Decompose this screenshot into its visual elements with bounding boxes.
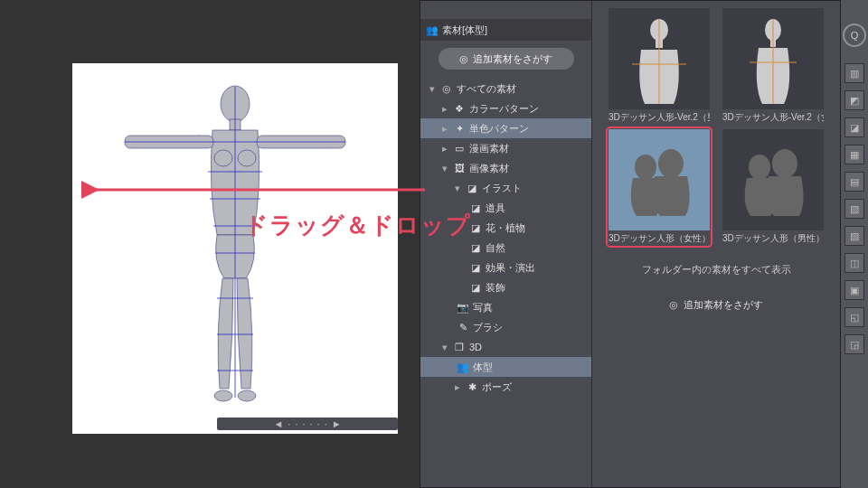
cube-icon: ❒ — [452, 342, 467, 353]
frame-icon: ▭ — [452, 143, 467, 155]
tree-manga[interactable]: ▸▭漫画素材 — [420, 138, 591, 158]
svg-point-7 — [238, 390, 256, 401]
svg-point-26 — [658, 149, 684, 178]
draw-icon: ◪ — [468, 282, 483, 294]
pattern-icon: ❖ — [452, 103, 467, 115]
tool-button[interactable]: ◪ — [844, 117, 864, 137]
thumb-label: 3Dデッサン人形（女性） — [609, 232, 710, 245]
figure-3d[interactable] — [72, 63, 398, 434]
svg-point-3 — [238, 150, 256, 166]
right-tool-strip: Q ▥ ◩ ◪ ▦ ▤ ▧ ▨ ◫ ▣ ◱ ◲ — [841, 0, 868, 488]
tree-illust[interactable]: ▾◪イラスト — [420, 178, 591, 198]
materials-panel: 👥 素材[体型] ◎ 追加素材をさがす ▾◎すべての素材 ▸❖カラーパターン ▸… — [420, 0, 841, 488]
svg-point-27 — [749, 155, 770, 180]
svg-point-6 — [214, 390, 232, 401]
thumb-figure-v2-female[interactable]: 3Dデッサン人形-Ver.2（女性） — [722, 8, 824, 124]
folder-note[interactable]: フォルダー内の素材をすべて表示 — [642, 263, 791, 277]
tool-button[interactable]: ◲ — [844, 334, 864, 354]
find-button-label: 追加素材をさがす — [473, 52, 552, 66]
tree-mono-pattern[interactable]: ▸✦単色パターン — [420, 118, 591, 138]
tool-button[interactable]: ▥ — [844, 63, 864, 83]
tool-button[interactable]: ▤ — [844, 172, 864, 192]
panel-tab[interactable]: 👥 素材[体型] — [420, 19, 591, 41]
camera-icon: 📷 — [456, 302, 470, 314]
draw-icon: ◪ — [468, 262, 483, 274]
tree-pose[interactable]: ▸✱ポーズ — [420, 377, 591, 397]
draw-icon: ◪ — [468, 242, 483, 254]
tool-button[interactable]: ▣ — [844, 280, 864, 300]
tool-button[interactable]: ▨ — [844, 226, 864, 246]
tree-3d[interactable]: ▾❒3D — [420, 337, 591, 357]
drag-drop-annotation: ドラッグ＆ドロップ — [244, 210, 471, 241]
tool-button[interactable]: ◫ — [844, 253, 864, 273]
quick-access-icon[interactable]: Q — [843, 23, 866, 47]
tree-color-pattern[interactable]: ▸❖カラーパターン — [420, 99, 591, 118]
svg-point-25 — [635, 155, 656, 180]
thumb-figure-female[interactable]: 3Dデッサン人形（女性） — [609, 129, 710, 245]
thumb-label: 3Dデッサン人形-Ver.2（男性） — [609, 111, 710, 124]
thumb-label: 3Dデッサン人形-Ver.2（女性） — [722, 111, 824, 124]
pattern-icon: ✦ — [452, 123, 467, 135]
tree-image[interactable]: ▾🖼画像素材 — [420, 158, 591, 178]
tree-decor[interactable]: ◪装飾 — [420, 277, 591, 297]
tool-button[interactable]: ◱ — [844, 307, 864, 327]
thumb-figure-v2-male[interactable]: 3Dデッサン人形-Ver.2（男性） — [609, 8, 710, 124]
swirl-icon: ◎ — [439, 83, 454, 95]
tool-button[interactable]: ◩ — [844, 90, 864, 110]
svg-point-2 — [214, 150, 232, 166]
thumb-figure-male[interactable]: 3Dデッサン人形（男性） — [722, 129, 824, 245]
image-icon: 🖼 — [452, 163, 467, 174]
canvas-viewport[interactable]: ◻ ✥ ↻ ✜ ⟳ ⊙ ↯ — [72, 63, 398, 434]
people-icon: 👥 — [456, 361, 470, 373]
tool-button[interactable]: ▧ — [844, 199, 864, 219]
svg-point-28 — [772, 149, 797, 178]
swirl-icon: ◎ — [669, 299, 678, 311]
pose-icon: ✱ — [465, 381, 479, 393]
draw-icon: ◪ — [465, 183, 479, 194]
thumb-label: 3Dデッサン人形（男性） — [722, 232, 824, 245]
panel-tab-label: 素材[体型] — [442, 23, 487, 37]
tree-effect[interactable]: ◪効果・演出 — [420, 258, 591, 277]
tree-brush[interactable]: ✎ブラシ — [420, 317, 591, 337]
materials-grid: 3Dデッサン人形-Ver.2（男性） 3Dデッサン人形-Ver.2（女性） 3D… — [592, 1, 840, 487]
brush-icon: ✎ — [456, 322, 470, 333]
viewport-footer-toolbar[interactable]: ◄······► — [217, 418, 398, 430]
tree-all-materials[interactable]: ▾◎すべての素材 — [420, 79, 591, 99]
find-more-button[interactable]: ◎ 追加素材をさがす — [669, 295, 763, 314]
tree-body[interactable]: 👥体型 — [420, 357, 591, 377]
tree-photo[interactable]: 📷写真 — [420, 297, 591, 317]
people-icon: 👥 — [426, 24, 439, 36]
swirl-icon: ◎ — [459, 53, 468, 65]
find-materials-button[interactable]: ◎ 追加素材をさがす — [439, 48, 574, 70]
tool-button[interactable]: ▦ — [844, 145, 864, 164]
materials-tree: 👥 素材[体型] ◎ 追加素材をさがす ▾◎すべての素材 ▸❖カラーパターン ▸… — [420, 1, 592, 487]
